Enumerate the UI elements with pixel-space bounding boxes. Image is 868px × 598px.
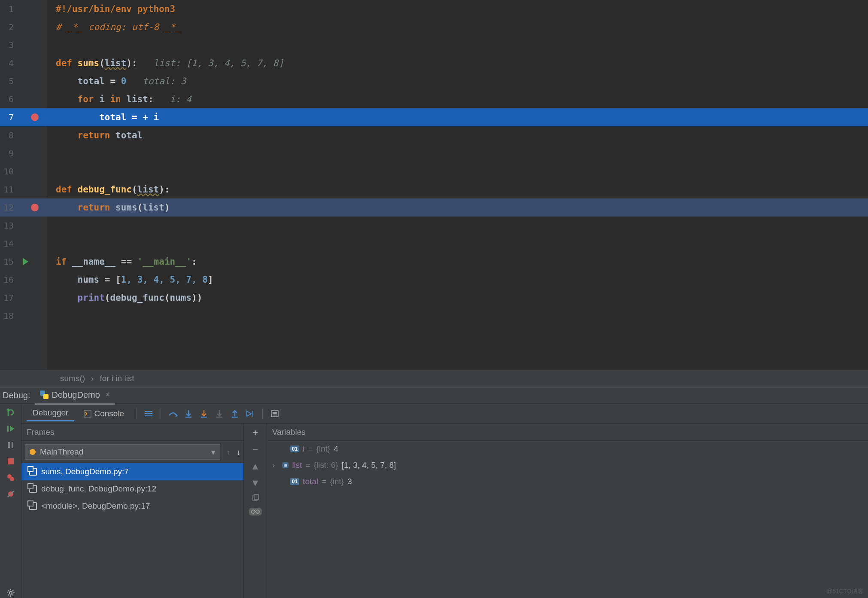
svg-point-5 [10, 477, 14, 481]
execution-line: total = + i [47, 108, 868, 126]
breakpoint-icon[interactable] [31, 204, 39, 211]
gutter-row[interactable]: 7 [0, 108, 47, 126]
line-number: 16 [0, 275, 17, 285]
frames-header: Frames [21, 424, 243, 441]
gutter-row[interactable]: 1 [0, 0, 47, 18]
debug-top-toolbar: Debugger Console [21, 404, 868, 424]
step-over-icon[interactable] [167, 408, 179, 420]
inlay-hint: list: [1, 3, 4, 5, 7, 8] [137, 58, 284, 68]
gutter-row[interactable]: 6 [0, 90, 47, 108]
copy-icon[interactable] [252, 494, 259, 502]
debug-config-tab[interactable]: DebugDemo × [35, 387, 115, 405]
gutter-row[interactable]: 16 [0, 271, 47, 289]
line-number: 17 [0, 293, 17, 303]
gutter-row[interactable]: 3 [0, 36, 47, 54]
remove-watch-icon[interactable]: − [252, 444, 258, 455]
frames-pane: Frames MainThread ▾ ↑ ↓ sums, DebugDemo.… [21, 424, 244, 598]
thread-selector[interactable]: MainThread ▾ [25, 444, 220, 460]
variables-pane: Variables 01 i = {int} 4 › ≡ list = [267, 424, 868, 598]
var-type-icon: 01 [290, 478, 299, 485]
line-number: 9 [0, 148, 17, 159]
svg-rect-3 [8, 458, 14, 464]
gutter-row[interactable]: 11 [0, 180, 47, 198]
variable-row[interactable]: 01 total = {int} 3 [267, 473, 868, 490]
line-number: 5 [0, 76, 17, 86]
debug-side-toolbar [0, 404, 21, 598]
watermark: @51CTO博客 [826, 588, 864, 595]
svg-rect-27 [254, 494, 258, 500]
evaluate-expression-icon[interactable] [269, 408, 281, 420]
breadcrumb-item[interactable]: sums() [60, 374, 85, 383]
debug-title: Debug: [1, 391, 30, 400]
python-icon [40, 391, 49, 399]
line-number: 1 [0, 4, 17, 14]
pause-icon[interactable] [6, 440, 16, 450]
frame-line: return sums(list) [47, 198, 868, 217]
code-text: #!/usr/bin/env python3 [56, 4, 175, 14]
gutter-row[interactable]: 14 [0, 235, 47, 253]
gutter-row[interactable]: 12 [0, 198, 47, 217]
variables-header: Variables [267, 424, 868, 441]
gutter-row[interactable]: 17 [0, 289, 47, 307]
step-out-icon[interactable] [229, 408, 241, 420]
gutter-row[interactable]: 15 [0, 253, 47, 271]
line-number: 6 [0, 94, 17, 104]
line-number: 7 [0, 112, 17, 122]
svg-rect-1 [8, 442, 10, 448]
gutter-row[interactable]: 10 [0, 162, 47, 180]
gutter-row[interactable]: 5 [0, 72, 47, 90]
frame-item[interactable]: debug_func, DebugDemo.py:12 [21, 480, 243, 497]
step-into-my-code-icon[interactable] [198, 408, 210, 420]
code-area[interactable]: #!/usr/bin/env python3 # _*_ coding: utf… [47, 0, 868, 369]
resume-icon[interactable] [6, 424, 16, 434]
gutter-row[interactable]: 9 [0, 144, 47, 162]
close-icon[interactable]: × [106, 391, 110, 399]
svg-rect-2 [12, 442, 13, 448]
breadcrumb-item[interactable]: for i in list [100, 374, 134, 383]
gutter-row[interactable]: 13 [0, 217, 47, 235]
mute-breakpoints-icon[interactable] [6, 489, 16, 499]
frame-item[interactable]: sums, DebugDemo.py:7 [21, 463, 243, 480]
console-icon [84, 410, 91, 418]
inlay-hint: total: 3 [126, 76, 186, 86]
expand-icon[interactable]: › [272, 461, 279, 470]
step-into-icon[interactable] [182, 408, 194, 420]
line-number: 13 [0, 220, 17, 231]
line-number: 8 [0, 130, 17, 140]
debug-config-label: DebugDemo [52, 390, 100, 400]
line-number: 14 [0, 238, 17, 249]
settings-icon[interactable] [6, 588, 16, 598]
watches-icon[interactable] [249, 508, 262, 516]
breadcrumb: sums() › for i in list [0, 369, 868, 387]
gutter-row[interactable]: 18 [0, 307, 47, 325]
frame-item[interactable]: <module>, DebugDemo.py:17 [21, 497, 243, 515]
force-step-into-icon[interactable] [213, 408, 225, 420]
console-tab[interactable]: Console [78, 406, 130, 421]
variable-row[interactable]: 01 i = {int} 4 [267, 441, 868, 457]
run-gutter-icon[interactable] [23, 258, 28, 265]
prev-frame-icon[interactable]: ↑ [224, 448, 234, 457]
view-breakpoints-icon[interactable] [6, 473, 16, 483]
gutter-row[interactable]: 8 [0, 126, 47, 144]
up-icon[interactable]: ▲ [252, 461, 258, 471]
down-icon[interactable]: ▼ [252, 477, 258, 488]
gutter-row[interactable]: 4 [0, 54, 47, 72]
svg-point-8 [9, 592, 12, 594]
gutter-row[interactable]: 2 [0, 18, 47, 36]
breadcrumb-separator: › [91, 374, 94, 383]
debugger-tab[interactable]: Debugger [27, 406, 74, 421]
line-number: 11 [0, 184, 17, 195]
rerun-icon[interactable] [6, 407, 16, 418]
show-execution-point-icon[interactable] [143, 408, 155, 420]
line-number: 10 [0, 166, 17, 177]
line-number: 18 [0, 311, 17, 321]
line-number: 15 [0, 256, 17, 267]
add-watch-icon[interactable]: + [252, 427, 258, 438]
breakpoint-icon[interactable] [31, 113, 39, 121]
line-number: 4 [0, 58, 17, 68]
line-number: 3 [0, 40, 17, 50]
next-frame-icon[interactable]: ↓ [234, 448, 243, 457]
variable-row[interactable]: › ≡ list = {list: 6} [1, 3, 4, 5, 7, 8] [267, 457, 868, 473]
run-to-cursor-icon[interactable] [244, 408, 256, 420]
stop-icon[interactable] [6, 456, 16, 467]
